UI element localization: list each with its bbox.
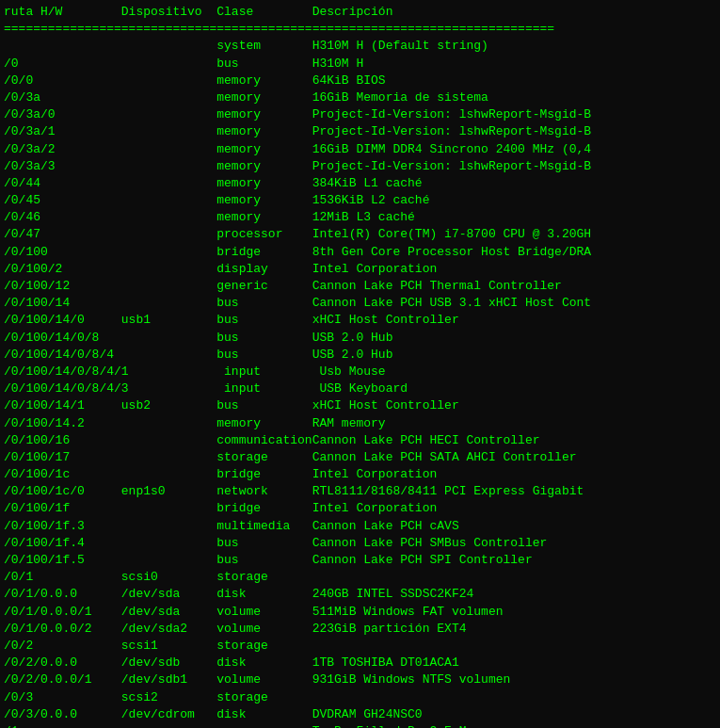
- table-row: /0/100/14/0/8 bus USB 2.0 Hub: [4, 330, 716, 347]
- table-row: /0/100/1f bridge Intel Corporation: [4, 500, 716, 517]
- table-row: /0/3a/1 memory Project-Id-Version: lshwR…: [4, 123, 716, 140]
- table-row: /0/100 bridge 8th Gen Core Processor Hos…: [4, 244, 716, 261]
- table-row: /0/1/0.0.0 /dev/sda disk 240GB INTEL SSD…: [4, 586, 716, 603]
- table-row: /0/100/14/0 usb1 bus xHCI Host Controlle…: [4, 312, 716, 329]
- table-row: /0/2/0.0.0 /dev/sdb disk 1TB TOSHIBA DT0…: [4, 655, 716, 671]
- table-row: /0/47 processor Intel(R) Core(TM) i7-870…: [4, 226, 716, 243]
- table-row: /0/1/0.0.0/1 /dev/sda volume 511MiB Wind…: [4, 604, 716, 621]
- table-row: /0/100/1f.5 bus Cannon Lake PCH SPI Cont…: [4, 552, 716, 569]
- table-row: /0/2/0.0.0/1 /dev/sdb1 volume 931GiB Win…: [4, 671, 716, 688]
- table-row: /1 power To Be Filled By O.E.M.: [4, 723, 716, 728]
- table-row: /0/100/1c bridge Intel Corporation: [4, 466, 716, 483]
- table-row: /0/3a/0 memory Project-Id-Version: lshwR…: [4, 106, 716, 123]
- table-row: /0/100/1f.3 multimedia Cannon Lake PCH c…: [4, 518, 716, 535]
- table-row: /0/3 scsi2 storage: [4, 689, 716, 706]
- table-row: /0/100/14/0/8/4/1 input Usb Mouse: [4, 364, 716, 380]
- table-row: /0/3a memory 16GiB Memoria de sistema: [4, 89, 716, 106]
- table-row: /0/3/0.0.0 /dev/cdrom disk DVDRAM GH24NS…: [4, 706, 716, 723]
- table-row: /0/100/17 storage Cannon Lake PCH SATA A…: [4, 449, 716, 466]
- table-row: /0/100/16 communicationCannon Lake PCH H…: [4, 432, 716, 449]
- table-row: /0/44 memory 384KiB L1 caché: [4, 175, 716, 192]
- table-row: /0/0 memory 64KiB BIOS: [4, 73, 716, 89]
- table-row: /0/100/2 display Intel Corporation: [4, 261, 716, 278]
- table-row: /0 bus H310M H: [4, 56, 716, 73]
- header-line: ruta H/W Dispositivo Clase Descripción: [4, 4, 716, 21]
- table-row: /0/100/1f.4 bus Cannon Lake PCH SMBus Co…: [4, 535, 716, 552]
- table-row: /0/1 scsi0 storage: [4, 569, 716, 586]
- separator-line: ========================================…: [4, 21, 716, 38]
- table-row: /0/45 memory 1536KiB L2 caché: [4, 192, 716, 209]
- table-row: /0/100/12 generic Cannon Lake PCH Therma…: [4, 278, 716, 295]
- table-row: /0/1/0.0.0/2 /dev/sda2 volume 223GiB par…: [4, 621, 716, 638]
- table-row: /0/100/14 bus Cannon Lake PCH USB 3.1 xH…: [4, 295, 716, 312]
- table-row: /0/100/14/0/8/4 bus USB 2.0 Hub: [4, 347, 716, 364]
- table-row: /0/100/14/0/8/4/3 input USB Keyboard: [4, 380, 716, 397]
- table-row: /0/46 memory 12MiB L3 caché: [4, 209, 716, 226]
- table-row: /0/2 scsi1 storage: [4, 638, 716, 655]
- table-row: /0/100/1c/0 enp1s0 network RTL8111/8168/…: [4, 483, 716, 500]
- table-row: /0/100/14.2 memory RAM memory: [4, 415, 716, 432]
- table-row: /0/3a/3 memory Project-Id-Version: lshwR…: [4, 158, 716, 175]
- table-row: /0/3a/2 memory 16GiB DIMM DDR4 Síncrono …: [4, 141, 716, 158]
- table-row: /0/100/14/1 usb2 bus xHCI Host Controlle…: [4, 397, 716, 414]
- table-row: system H310M H (Default string): [4, 38, 716, 55]
- terminal: ruta H/W Dispositivo Clase Descripción==…: [4, 4, 716, 728]
